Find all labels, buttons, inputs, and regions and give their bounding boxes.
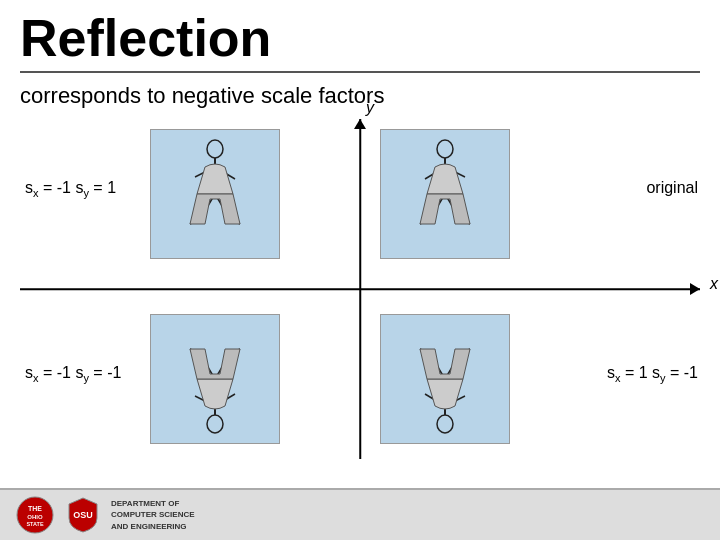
svg-text:STATE: STATE	[26, 521, 44, 527]
page-container: Reflection corresponds to negative scale…	[0, 0, 720, 540]
svg-point-24	[437, 415, 453, 433]
svg-point-16	[207, 415, 223, 433]
svg-point-0	[207, 140, 223, 158]
axis-x-label: x	[710, 275, 718, 293]
quad-top-left	[150, 129, 280, 259]
bottom-bar: THE OHIO STATE OSU DEPARTMENT OF COMPUTE…	[0, 488, 720, 540]
svg-text:OSU: OSU	[73, 510, 93, 520]
osu-shield-icon: OSU	[67, 496, 99, 534]
title-divider	[20, 71, 700, 73]
svg-text:OHIO: OHIO	[27, 514, 43, 520]
arrow-up-icon	[354, 119, 366, 129]
dept-text: DEPARTMENT OF COMPUTER SCIENCE AND ENGIN…	[111, 498, 195, 532]
label-sx-bot: sx = -1 sy = -1	[25, 364, 121, 384]
axis-x	[20, 288, 700, 290]
figure-br-svg	[405, 324, 485, 434]
ohio-state-logo: THE OHIO STATE	[15, 495, 55, 535]
svg-text:THE: THE	[28, 505, 42, 512]
label-original: original	[646, 179, 698, 197]
svg-point-8	[437, 140, 453, 158]
figure-tl-svg	[175, 139, 255, 249]
quad-bottom-right	[380, 314, 510, 444]
arrow-right-icon	[690, 283, 700, 295]
subtitle: corresponds to negative scale factors	[20, 83, 700, 109]
axis-y-label: y	[366, 99, 374, 117]
figure-tr-svg	[405, 139, 485, 249]
label-sx-top: sx = -1 sy = 1	[25, 179, 116, 199]
label-sx-bot-right: sx = 1 sy = -1	[607, 364, 698, 384]
figure-bl-svg	[175, 324, 255, 434]
page-title: Reflection	[20, 10, 700, 67]
quad-bottom-left	[150, 314, 280, 444]
quad-top-right	[380, 129, 510, 259]
diagram-area: y x	[20, 119, 700, 459]
